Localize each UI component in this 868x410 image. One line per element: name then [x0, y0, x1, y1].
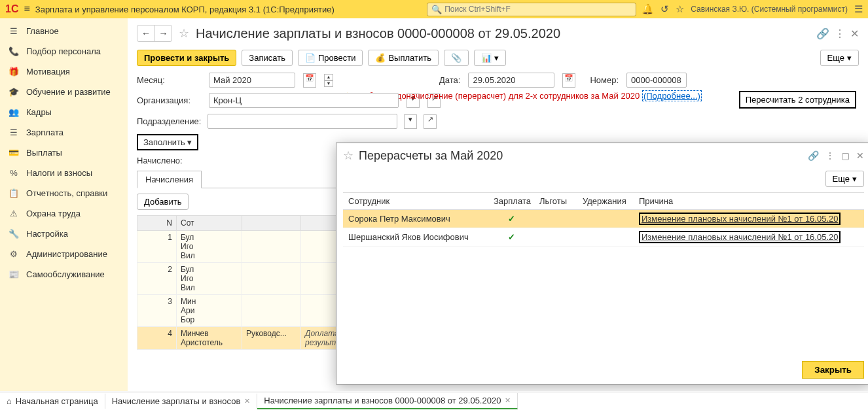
col-employee: Сот: [177, 216, 242, 230]
close-icon[interactable]: ✕: [850, 27, 859, 40]
dept-label: Подразделение:: [137, 116, 201, 126]
sidebar-label: Охрана труда: [26, 209, 81, 218]
number-input[interactable]: 0000-000008: [626, 73, 687, 88]
sidebar-label: Налоги и взносы: [26, 168, 92, 178]
post-and-close-button[interactable]: Провести и закрыть: [137, 50, 236, 66]
sidebar-label: Главное: [26, 26, 59, 36]
dept-open-icon[interactable]: ↗: [424, 114, 437, 129]
app-title-bar: 1С ≡ Зарплата и управление персоналом КО…: [0, 0, 868, 18]
sidebar-item-9[interactable]: ⚠Охрана труда: [0, 203, 128, 224]
modal-star-icon[interactable]: ☆: [343, 148, 353, 163]
save-button[interactable]: Записать: [242, 50, 293, 66]
main-area: ← → ☆ Начисление зарплаты и взносов 0000…: [128, 18, 868, 391]
modal-row[interactable]: Шершанский Яков Иосифович✓Изменение план…: [343, 228, 864, 247]
tab-close-icon[interactable]: ✕: [244, 397, 250, 405]
pay-button[interactable]: 💰 Выплатить: [368, 50, 439, 66]
bottom-tabs: ⌂Начальная страницаНачисление зарплаты и…: [0, 392, 868, 410]
date-calendar-icon[interactable]: 📅: [562, 73, 575, 88]
bottom-tab-2[interactable]: Начисление зарплаты и взносов 0000-00000…: [257, 393, 518, 409]
sidebar-item-6[interactable]: 💳Выплаты: [0, 143, 128, 163]
mcol-salary: Зарплата: [488, 193, 534, 209]
modal-close-button[interactable]: Закрыть: [802, 361, 864, 379]
sidebar-icon: %: [8, 168, 20, 178]
sidebar-icon: ⚙: [8, 249, 20, 259]
tab-accruals[interactable]: Начисления: [137, 171, 202, 188]
sidebar-label: Отчетность, справки: [26, 188, 107, 198]
user-name[interactable]: Савинская З.Ю. (Системный программист): [691, 5, 848, 14]
sidebar-item-7[interactable]: %Налоги и взносы: [0, 163, 128, 183]
modal-maximize-icon[interactable]: ▢: [841, 150, 850, 161]
sidebar-icon: 🎓: [8, 87, 20, 97]
search-input[interactable]: [444, 5, 632, 14]
sidebar-icon: ☰: [8, 128, 20, 137]
sidebar-label: Кадры: [26, 107, 52, 117]
date-input[interactable]: 29.05.2020: [468, 73, 554, 88]
mcol-deductions: Удержания: [577, 193, 634, 209]
mcol-reason: Причина: [634, 193, 864, 209]
search-box[interactable]: 🔍: [427, 3, 636, 16]
nav-forward-button[interactable]: →: [154, 26, 172, 41]
history-icon[interactable]: ↺: [660, 3, 669, 15]
dept-dropdown-icon[interactable]: ▾: [404, 114, 417, 129]
sidebar-label: Настройка: [26, 229, 68, 239]
month-input[interactable]: Май 2020: [209, 73, 295, 88]
mcol-employee: Сотрудник: [343, 193, 488, 209]
kebab-icon[interactable]: ⋮: [835, 27, 845, 40]
recalc-button[interactable]: Пересчитать 2 сотрудника: [739, 91, 856, 109]
app-title: Зарплата и управление персоналом КОРП, р…: [35, 5, 335, 14]
sidebar-item-0[interactable]: ☰Главное: [0, 21, 128, 41]
dept-input[interactable]: [208, 114, 397, 129]
month-down-icon[interactable]: ▼: [324, 80, 333, 87]
tab-close-icon[interactable]: ✕: [505, 396, 511, 405]
attach-button[interactable]: 📎: [444, 50, 469, 66]
link-icon[interactable]: 🔗: [816, 27, 829, 40]
sidebar-item-4[interactable]: 👥Кадры: [0, 102, 128, 122]
modal-kebab-icon[interactable]: ⋮: [825, 150, 835, 161]
sidebar-item-11[interactable]: ⚙Администрирование: [0, 244, 128, 264]
doc-title: Начисление зарплаты и взносов 0000-00000…: [196, 26, 560, 41]
month-calendar-icon[interactable]: 📅: [303, 73, 316, 88]
col-n: N: [137, 216, 177, 230]
sidebar-label: Подбор персонала: [26, 46, 101, 56]
sidebar-item-5[interactable]: ☰Зарплата: [0, 122, 128, 143]
main-menu-icon[interactable]: ≡: [24, 3, 29, 15]
sidebar-item-1[interactable]: 📞Подбор персонала: [0, 41, 128, 61]
sidebar-item-12[interactable]: 📰Самообслуживание: [0, 264, 128, 284]
fill-button[interactable]: Заполнить ▾: [137, 134, 198, 150]
modal-row[interactable]: Сорока Петр Максимович✓Изменение плановы…: [343, 210, 864, 228]
sidebar: ☰Главное📞Подбор персонала🎁Мотивация🎓Обуч…: [0, 18, 128, 391]
sidebar-item-3[interactable]: 🎓Обучение и развитие: [0, 82, 128, 102]
sidebar-item-10[interactable]: 🔧Настройка: [0, 224, 128, 244]
sidebar-label: Самообслуживание: [26, 269, 105, 279]
nav-back-button[interactable]: ←: [137, 26, 154, 41]
bottom-tab-1[interactable]: Начисление зарплаты и взносов✕: [105, 394, 258, 409]
sidebar-icon: 👥: [8, 107, 20, 117]
org-label: Организация:: [137, 95, 201, 105]
reason-link[interactable]: Изменение плановых начислений №1 от 16.0…: [642, 214, 838, 224]
warning-more-link[interactable]: (Подробнее...): [642, 90, 702, 101]
star-icon[interactable]: ☆: [676, 3, 684, 15]
modal-more-button[interactable]: Еще ▾: [825, 171, 864, 187]
more-button[interactable]: Еще ▾: [820, 50, 859, 66]
sidebar-label: Администрирование: [26, 249, 107, 259]
modal-close-icon[interactable]: ✕: [856, 150, 864, 161]
sidebar-item-2[interactable]: 🎁Мотивация: [0, 61, 128, 82]
sidebar-icon: ⚠: [8, 209, 20, 218]
check-icon: ✓: [508, 232, 515, 242]
bottom-tab-0[interactable]: ⌂Начальная страница: [0, 394, 105, 409]
report-button[interactable]: 📊 ▾: [474, 50, 506, 66]
month-up-icon[interactable]: ▲: [324, 74, 333, 80]
sidebar-label: Обучение и развитие: [26, 87, 111, 97]
sidebar-label: Выплаты: [26, 148, 62, 158]
warning-text: Требуется доначисление (перерасчет) для …: [354, 91, 702, 102]
reason-link[interactable]: Изменение плановых начислений №1 от 16.0…: [642, 232, 838, 242]
modal-link-icon[interactable]: 🔗: [808, 150, 819, 161]
sidebar-item-8[interactable]: 📋Отчетность, справки: [0, 183, 128, 203]
add-button[interactable]: Добавить: [137, 194, 189, 210]
org-input[interactable]: Крон-Ц: [209, 93, 399, 108]
settings-icon[interactable]: ☰: [854, 3, 863, 15]
post-button[interactable]: 📄 Провести: [298, 50, 363, 66]
favorite-icon[interactable]: ☆: [179, 26, 189, 41]
number-label: Номер:: [590, 75, 619, 85]
bell-icon[interactable]: 🔔: [642, 3, 654, 15]
